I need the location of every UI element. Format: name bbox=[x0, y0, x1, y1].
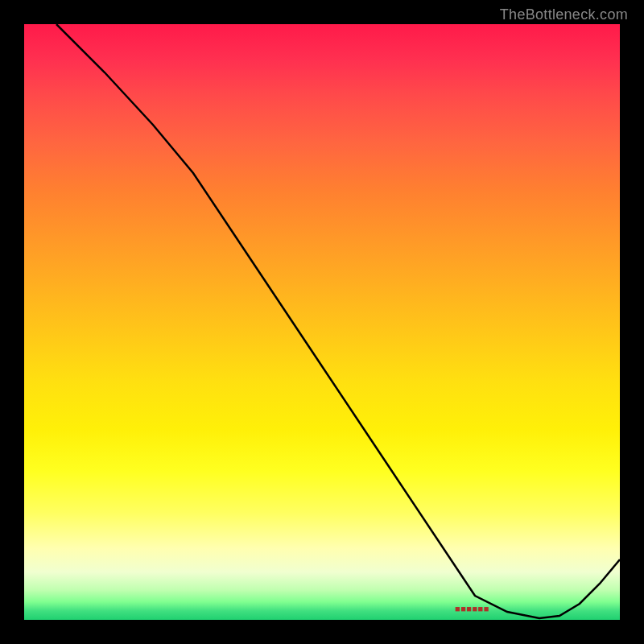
attribution-text: TheBottleneck.com bbox=[500, 6, 628, 23]
chart-curve-svg bbox=[24, 24, 620, 620]
chart-plot-area: ■■■■■■ bbox=[24, 24, 620, 620]
bottleneck-curve bbox=[56, 24, 620, 618]
optimal-range-label: ■■■■■■ bbox=[455, 604, 489, 613]
